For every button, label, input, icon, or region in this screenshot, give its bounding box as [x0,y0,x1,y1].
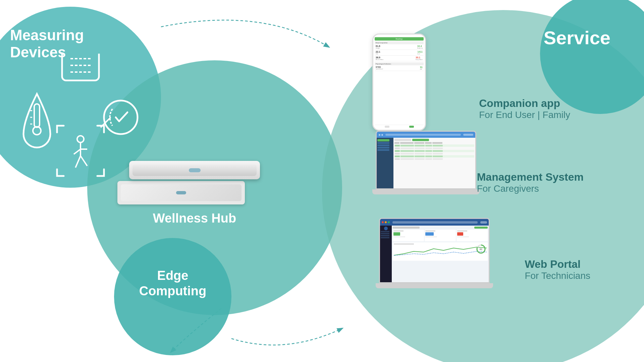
phone-mockup: Readings Body Composition 61.6 Weight 32… [372,34,426,131]
companion-app-block: Companion app For End User | Family [479,97,570,120]
laptop-webportal-container: 81 [379,218,490,292]
management-system-block: Management System For Caregivers [477,171,584,194]
scale-icon [62,54,99,80]
motion-icon [57,126,104,176]
svg-text:81: 81 [480,248,482,250]
svg-rect-5 [34,104,40,127]
management-system-subtitle: For Caregivers [477,183,584,194]
diagram-container: Measuring Devices [0,0,644,362]
wellness-hub-label: Wellness Hub [131,211,258,226]
companion-app-title: Companion app [479,97,570,110]
management-system-title: Management System [477,171,584,183]
wellness-hub-device [117,181,245,204]
svg-point-10 [104,101,138,134]
measuring-devices-icons [10,54,164,181]
laptop-webportal-mockup: 81 [379,218,490,292]
svg-line-16 [75,156,80,168]
phone-mockup-container: Readings Body Composition 61.6 Weight 32… [372,34,426,141]
web-portal-title: Web Portal [525,258,590,270]
blood-pressure-icon [101,101,138,134]
web-portal-subtitle: For Technicians [525,270,590,281]
svg-line-14 [74,149,80,154]
web-portal-block: Web Portal For Technicians [525,258,590,281]
service-label: Service [544,27,610,49]
svg-rect-1 [62,54,99,80]
svg-line-17 [80,156,87,166]
thermometer-icon [23,94,50,147]
companion-app-subtitle: For End User | Family [479,110,570,120]
svg-point-12 [77,136,84,142]
edge-computing-label: EdgeComputing [124,268,221,299]
laptop-management-container [376,131,476,198]
laptop-management-mockup [376,131,476,198]
